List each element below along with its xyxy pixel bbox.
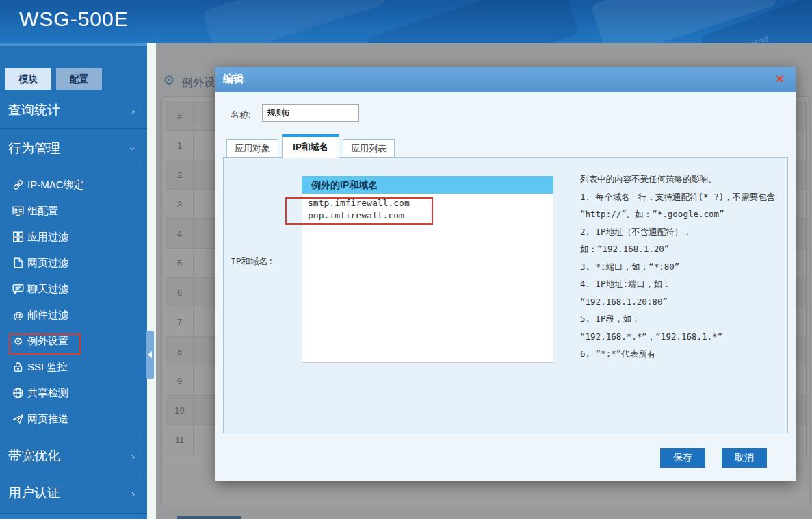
sidebar-item-label: 聊天过滤 bbox=[27, 283, 68, 296]
help-line: “192.168.*.*”，“192.168.1.*” bbox=[580, 328, 783, 346]
lock-icon bbox=[12, 362, 24, 373]
help-line: “192.168.1.20:80” bbox=[580, 293, 783, 311]
help-line: 列表中的内容不受任何策略的影响。 bbox=[580, 170, 783, 188]
behavior-submenu: IP-MAC绑定 组配置 应用过滤 网页过滤 聊天过滤 @ 邮件过滤 bbox=[0, 172, 147, 432]
chevron-right-icon: › bbox=[131, 487, 135, 498]
annotation-redbox-textarea bbox=[285, 197, 433, 225]
sidebar-section-query-stats[interactable]: 查询统计 › bbox=[0, 92, 147, 129]
sidebar-next-section-edge bbox=[0, 513, 147, 519]
rule-name-input[interactable] bbox=[262, 104, 359, 122]
sidebar-item-web-filter[interactable]: 网页过滤 bbox=[0, 250, 147, 276]
sidebar-edge-strip bbox=[147, 43, 156, 519]
chevron-left-icon bbox=[148, 351, 152, 358]
dialog-header: 编辑 ✕ bbox=[215, 67, 796, 92]
sidebar-tab-config[interactable]: 配置 bbox=[56, 68, 102, 90]
sidebar-item-group-config[interactable]: 组配置 bbox=[0, 198, 147, 224]
dialog-title: 编辑 bbox=[223, 73, 244, 86]
sidebar-item-label: 邮件过滤 bbox=[27, 309, 68, 322]
sidebar-item-label: IP-MAC绑定 bbox=[27, 179, 84, 192]
sidebar-item-share-detect[interactable]: 共享检测 bbox=[0, 380, 147, 406]
chevron-right-icon: › bbox=[131, 451, 135, 462]
sidebar-collapse-handle[interactable] bbox=[146, 331, 154, 379]
sidebar-item-label: SSL监控 bbox=[27, 361, 67, 374]
sidebar-item-ssl-monitor[interactable]: SSL监控 bbox=[0, 354, 147, 380]
sidebar-item-label: 共享检测 bbox=[27, 387, 68, 400]
sidebar-tab-modules[interactable]: 模块 bbox=[5, 68, 51, 90]
help-line: 如：“192.168.1.20” bbox=[580, 240, 783, 258]
banner-watermark: blend bbox=[745, 34, 769, 43]
help-instructions: 列表中的内容不受任何策略的影响。1. 每个域名一行，支持通配符(* ?)，不需要… bbox=[580, 170, 783, 363]
help-line: 6. “*:*”代表所有 bbox=[580, 345, 783, 363]
close-icon[interactable]: ✕ bbox=[776, 73, 785, 86]
chat-icon bbox=[12, 283, 24, 295]
annotation-redbox-sidebar bbox=[9, 333, 81, 355]
help-line: “http://”。如：“*.google.com” bbox=[580, 205, 783, 223]
at-icon: @ bbox=[12, 309, 24, 321]
section-label: 查询统计 bbox=[8, 101, 60, 119]
help-line: 3. *:端口，如：“*:80” bbox=[580, 258, 783, 276]
sidebar-item-label: 应用过滤 bbox=[27, 231, 68, 244]
tab-app-objects[interactable]: 应用对象 bbox=[226, 139, 278, 158]
sidebar-item-chat-filter[interactable]: 聊天过滤 bbox=[0, 276, 147, 302]
grid-icon bbox=[12, 231, 24, 243]
sidebar-item-label: 网页过滤 bbox=[27, 257, 68, 270]
link-icon bbox=[12, 179, 24, 191]
edit-dialog: 编辑 ✕ 名称: 应用对象 IP和域名 应用列表 IP和域名: 例外的IP和域名… bbox=[215, 67, 796, 481]
save-button[interactable]: 保存 bbox=[660, 448, 705, 468]
sidebar-section-bandwidth[interactable]: 带宽优化 › bbox=[0, 438, 147, 474]
sidebar-item-mail-filter[interactable]: @ 邮件过滤 bbox=[0, 302, 147, 328]
sidebar-item-app-filter[interactable]: 应用过滤 bbox=[0, 224, 147, 250]
product-title: WSG-500E bbox=[19, 8, 129, 31]
sidebar-item-web-push[interactable]: 网页推送 bbox=[0, 406, 147, 432]
page-icon bbox=[12, 257, 24, 269]
sidebar-section-behavior-mgmt[interactable]: 行为管理 › bbox=[0, 129, 147, 168]
tab-app-list[interactable]: 应用列表 bbox=[343, 139, 395, 158]
keyboard-key-decoration bbox=[365, 0, 579, 43]
chevron-down-icon: › bbox=[127, 147, 139, 151]
name-label: 名称: bbox=[231, 109, 251, 121]
sidebar-item-label: 组配置 bbox=[27, 205, 58, 218]
help-line: 2. IP地址（不含通配符）， bbox=[580, 223, 783, 241]
idcard-icon bbox=[12, 205, 24, 217]
keyboard-key-decoration bbox=[202, 0, 387, 43]
section-label: 用户认证 bbox=[8, 484, 60, 502]
help-line: 5. IP段，如： bbox=[580, 310, 783, 328]
top-banner: blend WSG-500E bbox=[0, 0, 812, 43]
exception-list-header: 例外的IP和域名 bbox=[302, 176, 553, 194]
tab-ip-and-domain[interactable]: IP和域名 bbox=[282, 134, 339, 158]
sidebar: 模块 配置 查询统计 › 行为管理 › IP-MAC绑定 组配置 应用过滤 网页… bbox=[0, 43, 147, 519]
globe-icon bbox=[12, 388, 24, 399]
ip-domain-field-label: IP和域名: bbox=[231, 255, 273, 268]
cancel-button[interactable]: 取消 bbox=[722, 448, 767, 468]
sidebar-item-ip-mac-binding[interactable]: IP-MAC绑定 bbox=[0, 172, 147, 198]
sidebar-section-user-auth[interactable]: 用户认证 › bbox=[0, 474, 147, 511]
section-label: 行为管理 bbox=[8, 140, 60, 157]
help-line: 1. 每个域名一行，支持通配符(* ?)，不需要包含 bbox=[580, 188, 783, 206]
help-line: 4. IP地址:端口，如： bbox=[580, 275, 783, 293]
sidebar-item-label: 网页推送 bbox=[27, 413, 68, 426]
chevron-right-icon: › bbox=[131, 105, 135, 116]
send-icon bbox=[12, 414, 24, 425]
section-label: 带宽优化 bbox=[8, 447, 60, 465]
